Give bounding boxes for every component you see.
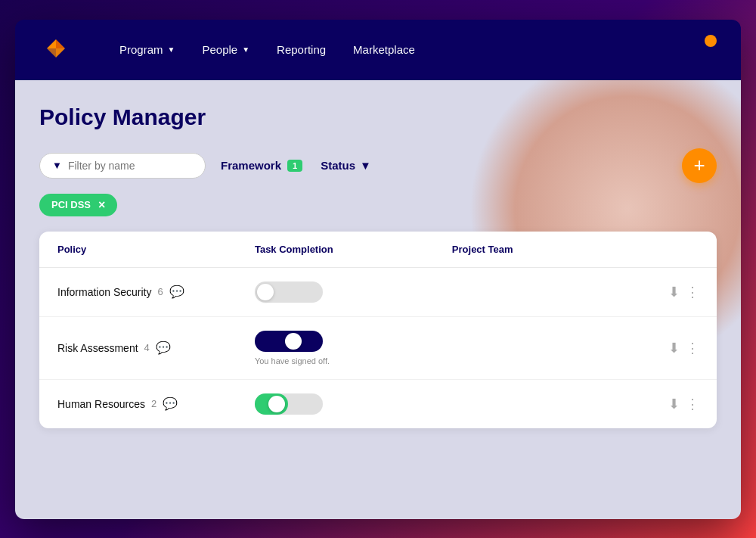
svg-marker-3 (47, 48, 56, 58)
col-task-completion: Task Completion (255, 244, 452, 255)
row-actions-1: ⬇ ⋮ (649, 340, 699, 356)
policy-name: Risk Assessment 4 💬 (57, 341, 255, 355)
framework-button[interactable]: Framework 1 (218, 154, 305, 176)
col-actions (649, 244, 699, 255)
program-chevron-icon: ▼ (168, 45, 175, 54)
table-row: Risk Assessment 4 💬 You have signed off.… (39, 317, 717, 380)
nav-links: Program ▼ People ▼ Reporting Marketplace (109, 37, 717, 62)
notification-dot[interactable] (705, 35, 717, 47)
task-completion-toggle-0 (255, 281, 452, 303)
download-icon-1[interactable]: ⬇ (668, 340, 680, 356)
filter-icon: ▼ (52, 160, 62, 171)
table-row: Human Resources 2 💬 ⬇ ⋮ (39, 380, 717, 428)
row-actions-0: ⬇ ⋮ (649, 284, 699, 300)
nav-marketplace[interactable]: Marketplace (342, 37, 426, 62)
toggle-2[interactable] (255, 393, 323, 415)
toggle-thumb-0 (257, 284, 274, 300)
more-icon-1[interactable]: ⋮ (686, 340, 699, 356)
main-content: Policy Manager ▼ Framework 1 Status ▼ + (15, 80, 741, 519)
table-row: Information Security 6 💬 ⬇ ⋮ (39, 268, 717, 317)
chat-icon[interactable]: 💬 (156, 341, 171, 355)
task-completion-toggle-2 (255, 393, 452, 415)
pci-dss-tag[interactable]: PCI DSS × (39, 194, 117, 216)
svg-marker-1 (47, 39, 56, 48)
svg-marker-4 (56, 48, 65, 58)
row-actions-2: ⬇ ⋮ (649, 396, 699, 412)
people-chevron-icon: ▼ (242, 45, 249, 54)
logo[interactable] (39, 33, 73, 67)
toggle-thumb-2 (268, 396, 285, 412)
svg-marker-2 (56, 39, 65, 48)
policy-name: Human Resources 2 💬 (57, 397, 255, 411)
active-filters-row: PCI DSS × (39, 194, 717, 216)
navbar: Program ▼ People ▼ Reporting Marketplace (15, 20, 741, 80)
filter-input[interactable] (68, 160, 193, 172)
download-icon-2[interactable]: ⬇ (668, 396, 680, 412)
toggle-1[interactable] (255, 331, 323, 352)
task-completion-toggle-1: You have signed off. (255, 331, 452, 365)
status-button[interactable]: Status ▼ (318, 154, 374, 176)
more-icon-0[interactable]: ⋮ (686, 284, 699, 300)
policy-name: Information Security 6 💬 (57, 285, 255, 299)
more-icon-2[interactable]: ⋮ (686, 396, 699, 412)
toggle-thumb-1 (285, 333, 302, 350)
nav-reporting[interactable]: Reporting (266, 37, 336, 62)
content-inner: Policy Manager ▼ Framework 1 Status ▼ + (39, 104, 717, 428)
chat-icon[interactable]: 💬 (169, 285, 184, 299)
col-project-team: Project Team (452, 244, 649, 255)
page-title: Policy Manager (39, 104, 717, 130)
nav-people[interactable]: People ▼ (191, 37, 260, 62)
signed-off-text: You have signed off. (255, 356, 452, 365)
status-chevron-icon: ▼ (360, 159, 371, 172)
policy-table: Policy Task Completion Project Team Info… (39, 232, 717, 428)
col-policy: Policy (57, 244, 255, 255)
toggle-0[interactable] (255, 281, 323, 303)
table-header: Policy Task Completion Project Team (39, 232, 717, 268)
nav-program[interactable]: Program ▼ (109, 37, 185, 62)
chat-icon[interactable]: 💬 (163, 397, 178, 411)
pci-dss-remove-icon[interactable]: × (98, 199, 105, 211)
filter-input-wrapper[interactable]: ▼ (39, 153, 206, 179)
add-policy-button[interactable]: + (682, 148, 717, 183)
app-window: Program ▼ People ▼ Reporting Marketplace… (15, 20, 741, 519)
framework-count-badge: 1 (287, 160, 302, 172)
download-icon-0[interactable]: ⬇ (668, 284, 680, 300)
filters-row: ▼ Framework 1 Status ▼ + (39, 148, 717, 183)
